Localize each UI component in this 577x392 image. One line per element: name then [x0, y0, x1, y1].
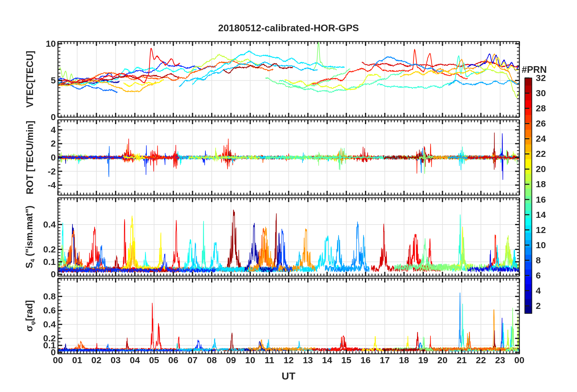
y-tick-label-rot: 2: [51, 138, 56, 149]
y-tick-label-sigma_phi: 0.4: [43, 319, 56, 329]
y-tick-label-sigma_phi: 0.2: [43, 333, 56, 343]
figure: 20180512-calibrated-HOR-GPS VTEC[TECU] R…: [0, 0, 577, 392]
y-axis-label-sigma-phi: σφ[rad]: [24, 300, 36, 332]
colorbar-tick-label: 2: [536, 301, 541, 311]
x-tick-label: 01: [72, 355, 82, 365]
y-tick-label-vtec: 10: [46, 39, 56, 49]
x-tick-label: 12: [284, 355, 294, 365]
y-tick-label-rot: 4: [51, 125, 56, 135]
chart-canvas: [0, 0, 577, 392]
colorbar-tick-label: 28: [536, 103, 546, 113]
s4-subscript: 4: [29, 259, 36, 262]
x-tick-label: 10: [245, 355, 255, 365]
colorbar-tick-label: 18: [536, 179, 546, 189]
y-axis-label-rot: ROT [TECU/min]: [25, 121, 35, 194]
s4-units: ("ism.mat"): [24, 205, 35, 259]
sigma-units: [rad]: [24, 300, 35, 321]
colorbar-tick-label: 26: [536, 118, 546, 129]
x-tick-label: 00: [53, 355, 63, 365]
y-tick-label-sigma_phi: 0.8: [43, 291, 56, 302]
sigma-subscript: φ: [29, 321, 36, 325]
y-tick-label-vtec: 0: [51, 112, 56, 122]
colorbar-tick-label: 22: [536, 149, 546, 159]
y-tick-label-vtec: 5: [51, 75, 56, 86]
x-tick-label: 02: [91, 355, 101, 365]
x-tick-label: 16: [360, 355, 370, 365]
y-axis-label-s4: S4 ("ism.mat"): [24, 205, 36, 268]
y-tick-label-rot: -4: [48, 180, 56, 190]
x-tick-label: 14: [322, 355, 332, 365]
x-tick-label: 17: [380, 355, 390, 365]
sigma-symbol: σ: [24, 325, 35, 332]
x-tick-label: 19: [418, 355, 428, 365]
colorbar-tick-label: 6: [536, 270, 541, 281]
x-tick-label: 18: [399, 355, 409, 365]
x-tick-label: 06: [168, 355, 178, 365]
y-axis-label-vtec: VTEC[TECU]: [25, 51, 35, 108]
colorbar-tick-label: 30: [536, 88, 546, 98]
x-tick-label: 08: [207, 355, 217, 365]
y-tick-label-s4: 0.4: [43, 219, 56, 230]
y-tick-label-rot: -2: [48, 166, 56, 177]
x-tick-label: 07: [187, 355, 197, 365]
colorbar-tick-label: 12: [536, 225, 546, 235]
x-tick-label: 11: [265, 355, 274, 365]
x-tick-label: 13: [303, 355, 313, 365]
y-tick-label-s4: 0.1: [43, 257, 56, 267]
y-tick-label-rot: 0: [51, 152, 56, 163]
x-tick-label: 03: [110, 355, 120, 365]
x-tick-label: 04: [130, 355, 140, 365]
colorbar-tick-label: 8: [536, 255, 541, 265]
x-tick-label: 15: [341, 355, 351, 365]
colorbar-tick-label: 20: [536, 164, 546, 174]
colorbar-tick-label: 4: [536, 286, 541, 296]
x-tick-label: 00: [514, 355, 524, 365]
x-axis-label: UT: [282, 370, 295, 382]
x-tick-label: 22: [476, 355, 486, 365]
chart-title: 20180512-calibrated-HOR-GPS: [218, 22, 359, 34]
colorbar-tick-label: 24: [536, 133, 546, 144]
x-tick-label: 21: [457, 355, 467, 365]
x-tick-label: 20: [437, 355, 447, 365]
y-tick-label-s4: 0.2: [43, 244, 56, 255]
s4-symbol: S: [24, 262, 35, 269]
colorbar-tick-label: 14: [536, 210, 546, 220]
colorbar-tick-label: 32: [536, 73, 546, 83]
x-tick-label: 09: [226, 355, 236, 365]
colorbar-tick-label: 16: [536, 194, 546, 205]
x-tick-label: 05: [149, 355, 159, 365]
colorbar-tick-label: 10: [536, 240, 546, 250]
y-tick-label-sigma_phi: 0.6: [43, 305, 56, 316]
y-tick-label-s4: 0: [51, 269, 56, 279]
x-tick-label: 23: [495, 355, 505, 365]
